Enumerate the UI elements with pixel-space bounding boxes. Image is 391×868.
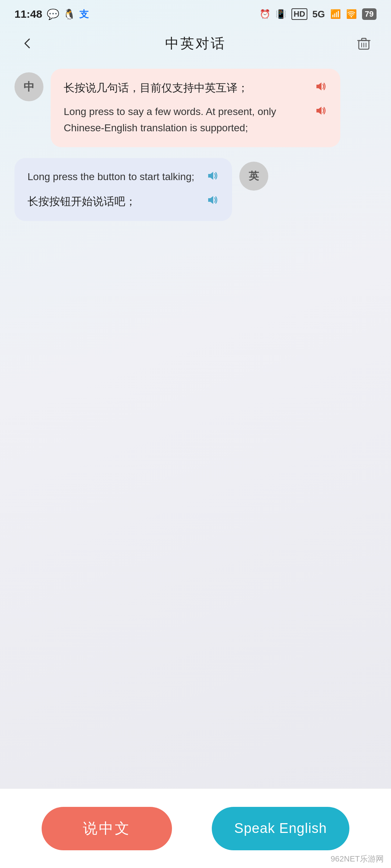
speak-english-button[interactable]: Speak English xyxy=(212,807,349,850)
sound-button-4[interactable] xyxy=(205,193,219,210)
message-icon: 🐧 xyxy=(63,8,76,20)
network-5g-icon: 5G xyxy=(312,9,325,20)
english-text-line1: Long press the button to start talking; xyxy=(28,169,194,185)
avatar-chinese: 中 xyxy=(14,72,43,101)
sound-button-2[interactable] xyxy=(314,104,327,121)
bubble-chinese: 长按说几句话，目前仅支持中英互译； Long press to say a fe… xyxy=(51,69,340,147)
bubble-english: Long press the button to start talking; … xyxy=(14,158,232,221)
wechat-icon: 💬 xyxy=(47,8,59,20)
nav-bar: 中英对话 xyxy=(0,25,391,61)
svg-rect-2 xyxy=(362,38,366,41)
chat-area: 中 长按说几句话，目前仅支持中英互译； Long press to say a … xyxy=(0,61,391,788)
time-display: 11:48 xyxy=(14,8,42,20)
chinese-text-line2: Long press to say a few words. At presen… xyxy=(64,104,303,136)
sound-button-3[interactable] xyxy=(205,169,219,186)
status-right-icons: ⏰ 📳 HD 5G 📶 🛜 79 xyxy=(260,8,377,20)
page-title: 中英对话 xyxy=(165,34,226,53)
signal-icon: 📶 xyxy=(330,9,341,19)
watermark: 962NET乐游网 xyxy=(331,854,384,864)
battery-display: 79 xyxy=(362,8,377,20)
battery-value: 79 xyxy=(365,9,374,19)
status-left-icons: 💬 🐧 支 xyxy=(47,8,89,21)
bubble-line-1: 长按说几句话，目前仅支持中英互译； xyxy=(64,80,327,97)
status-time: 11:48 💬 🐧 支 xyxy=(14,8,89,21)
bubble-en-line-2: 长按按钮开始说话吧； xyxy=(28,193,219,210)
wifi-icon: 🛜 xyxy=(346,9,357,19)
status-bar: 11:48 💬 🐧 支 ⏰ 📳 HD 5G 📶 🛜 79 xyxy=(0,0,391,25)
bubble-line-2: Long press to say a few words. At presen… xyxy=(64,104,327,136)
sound-button-1[interactable] xyxy=(314,80,327,97)
bubble-en-line-1: Long press the button to start talking; xyxy=(28,169,219,186)
alipay-icon: 支 xyxy=(79,8,89,21)
alarm-icon: ⏰ xyxy=(260,9,270,19)
english-text-line2: 长按按钮开始说话吧； xyxy=(28,193,194,209)
avatar-english: 英 xyxy=(239,162,268,191)
hd-icon: HD xyxy=(291,8,307,20)
vibrate-icon: 📳 xyxy=(276,9,286,19)
delete-button[interactable] xyxy=(351,31,377,56)
speak-chinese-button[interactable]: 说中文 xyxy=(42,807,172,850)
message-row-chinese: 中 长按说几句话，目前仅支持中英互译； Long press to say a … xyxy=(14,69,377,147)
back-button[interactable] xyxy=(14,31,40,56)
message-row-english: Long press the button to start talking; … xyxy=(14,158,377,221)
chinese-text-line1: 长按说几句话，目前仅支持中英互译； xyxy=(64,80,303,96)
